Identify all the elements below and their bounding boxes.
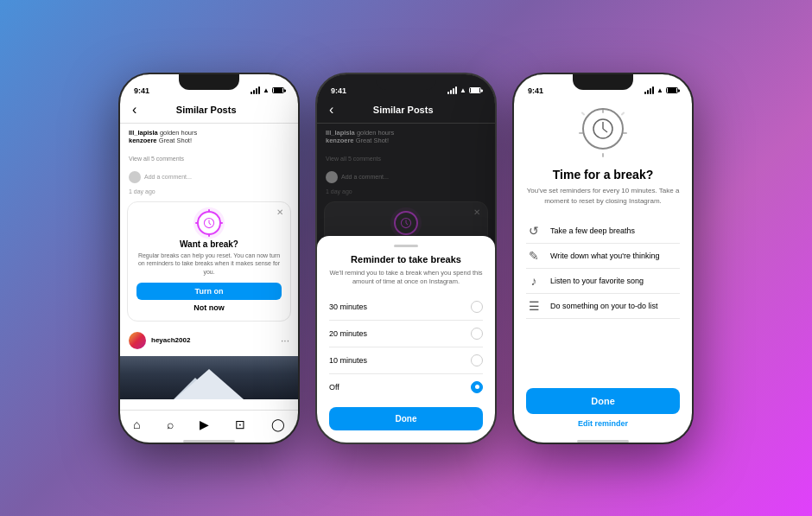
- radio-option-20min[interactable]: 20 minutes: [329, 321, 483, 347]
- user-avatar-small-1: [129, 171, 141, 183]
- status-icons-1: ▲: [251, 86, 284, 94]
- add-comment-row-1[interactable]: Add a comment...: [120, 168, 298, 187]
- username-1: heyach2002: [151, 336, 190, 344]
- wifi-icon-2: ▲: [460, 86, 466, 94]
- activity-item-0: ↺ Take a few deep breaths: [526, 219, 680, 244]
- nav-bar-1: ‹ Similar Posts: [120, 99, 298, 124]
- bottom-nav-1: ⌂ ⌕ ▶ ⊡ ◯: [120, 410, 298, 436]
- phones-container: 9:41 ▲ ‹ Similar Posts: [118, 73, 694, 444]
- screen-1: 9:41 ▲ ‹ Similar Posts: [120, 74, 298, 443]
- radio-label-30min: 30 minutes: [329, 303, 367, 311]
- user-avatar-1: [129, 332, 146, 349]
- signal-icon-2: [447, 86, 457, 94]
- time-1: 9:41: [134, 86, 149, 95]
- reels-icon-1[interactable]: ▶: [200, 417, 209, 431]
- break-desc-1: Regular breaks can help you reset. You c…: [136, 252, 282, 277]
- modal-done-button[interactable]: Done: [329, 407, 483, 430]
- post-text1-2: golden hours: [357, 129, 394, 137]
- modal-desc: We'll remind you to take a break when yo…: [329, 269, 483, 287]
- post-text2-2: Great Shot!: [356, 137, 389, 144]
- close-button-2[interactable]: ✕: [473, 207, 480, 217]
- activity-item-1: ✎ Write down what you're thinking: [526, 244, 680, 269]
- mountain-img-1: [120, 356, 298, 399]
- edit-reminder-button-3[interactable]: Edit reminder: [526, 419, 680, 428]
- post-item-1: lll_lapisla golden hours kenzoere Great …: [120, 124, 298, 150]
- large-clock-container: [577, 107, 629, 159]
- screen-3: 9:41 ▲: [514, 74, 692, 443]
- activity-item-3: ☰ Do something on your to-do list: [526, 294, 680, 319]
- radio-label-off: Off: [329, 383, 339, 392]
- nav-bar-2: ‹ Similar Posts: [317, 99, 495, 124]
- break-screen-3: Time for a break? You've set reminders f…: [514, 99, 692, 436]
- post-username2-2: kenzoere: [326, 137, 354, 144]
- user-info-1: heyach2002: [129, 332, 190, 349]
- activity-text-0: Take a few deep breaths: [550, 226, 635, 235]
- post-text1-1: golden hours: [160, 129, 197, 137]
- modal-title: Reminder to take breaks: [329, 254, 483, 264]
- notch-1: [179, 74, 239, 90]
- notch-2: [376, 74, 436, 90]
- time-ago-2: 1 day ago: [317, 187, 495, 196]
- break-main-desc-3: You've set reminders for every 10 minute…: [526, 186, 680, 207]
- post-item-2: lll_lapisla golden hours kenzoere Great …: [317, 124, 495, 150]
- svg-line-5: [406, 223, 408, 225]
- view-comments-2: View all 5 comments: [317, 150, 495, 168]
- break-title-1: Want a break?: [180, 239, 238, 249]
- time-ago-1: 1 day ago: [120, 187, 298, 196]
- battery-icon-3: [666, 87, 678, 93]
- svg-line-2: [209, 223, 211, 225]
- clock-svg-1: [203, 217, 215, 229]
- view-comments-1[interactable]: View all 5 comments: [120, 150, 298, 168]
- not-now-button-1[interactable]: Not now: [193, 303, 225, 312]
- status-icons-2: ▲: [447, 86, 481, 94]
- radio-option-30min[interactable]: 30 minutes: [329, 294, 483, 321]
- todo-icon: ☰: [526, 299, 542, 313]
- radio-circle-20min[interactable]: [471, 328, 483, 340]
- turn-on-button-1[interactable]: Turn on: [136, 283, 282, 300]
- wifi-icon-3: ▲: [657, 86, 663, 94]
- radio-option-off[interactable]: Off: [329, 374, 483, 400]
- post-username1-2: lll_lapisla: [326, 129, 355, 137]
- done-button-3[interactable]: Done: [526, 388, 680, 414]
- user-avatar-small-2: [326, 171, 338, 183]
- shop-icon-1[interactable]: ⊡: [235, 417, 245, 431]
- time-2: 9:41: [331, 86, 346, 95]
- add-comment-row-2: Add a comment...: [317, 168, 495, 187]
- status-icons-3: ▲: [644, 86, 678, 94]
- battery-icon-1: [272, 87, 284, 93]
- search-icon-1[interactable]: ⌕: [167, 417, 174, 431]
- screen-2: 9:41 ▲ ‹ Similar Posts: [317, 74, 495, 443]
- add-comment-text-2: Add a comment...: [341, 174, 389, 180]
- close-button-1[interactable]: ✕: [276, 207, 283, 217]
- wifi-icon-1: ▲: [263, 86, 270, 94]
- nav-title-1: Similar Posts: [143, 105, 269, 115]
- home-indicator-1: [183, 440, 235, 443]
- activity-item-2: ♪ Listen to your favorite song: [526, 269, 680, 294]
- radio-circle-off[interactable]: [471, 381, 483, 393]
- radio-option-10min[interactable]: 10 minutes: [329, 347, 483, 374]
- back-button-2[interactable]: ‹: [329, 102, 333, 118]
- activity-text-3: Do something on your to-do list: [550, 302, 658, 310]
- break-main-title-3: Time for a break?: [553, 168, 653, 182]
- home-icon-1[interactable]: ⌂: [133, 417, 140, 431]
- svg-line-8: [603, 129, 607, 132]
- radio-label-20min: 20 minutes: [329, 329, 367, 338]
- profile-icon-1[interactable]: ◯: [271, 417, 285, 431]
- radio-label-10min: 10 minutes: [329, 356, 367, 365]
- clock-svg-2: [400, 217, 412, 229]
- add-comment-text-1: Add a comment...: [144, 174, 192, 180]
- radio-circle-30min[interactable]: [471, 301, 483, 313]
- breath-icon: ↺: [526, 224, 542, 238]
- signal-icon-3: [644, 86, 654, 94]
- time-3: 9:41: [528, 86, 543, 95]
- post-text2-1: Great Shot!: [159, 137, 192, 144]
- modal-handle: [394, 245, 418, 247]
- more-button-1[interactable]: ···: [281, 334, 289, 347]
- notch-3: [573, 74, 633, 90]
- radio-circle-10min[interactable]: [471, 354, 483, 366]
- back-button-1[interactable]: ‹: [132, 102, 136, 118]
- activity-text-2: Listen to your favorite song: [550, 277, 644, 285]
- home-indicator-3: [577, 440, 629, 443]
- write-icon: ✎: [526, 249, 542, 263]
- nav-title-2: Similar Posts: [340, 105, 466, 115]
